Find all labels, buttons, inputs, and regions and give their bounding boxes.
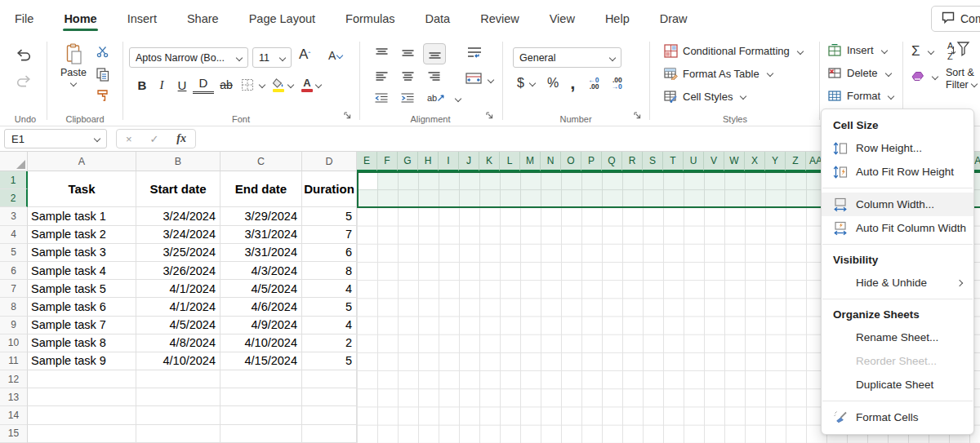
autosum-button[interactable]: Σ	[911, 43, 933, 60]
cell-B9[interactable]: 4/5/2024	[136, 317, 220, 334]
cell-B14[interactable]	[136, 406, 220, 424]
conditional-formatting-button[interactable]: Conditional Formatting	[664, 44, 803, 58]
font-size-combo[interactable]: 11	[252, 47, 292, 68]
column-header-M[interactable]: M	[520, 152, 541, 171]
header-cell-task[interactable]: Task	[28, 171, 136, 207]
row-header-4[interactable]: 4	[0, 226, 28, 244]
tab-formulas[interactable]: Formulas	[344, 2, 396, 36]
italic-button[interactable]: I	[152, 78, 172, 92]
tab-page-layout[interactable]: Page Layout	[247, 2, 317, 36]
cell-A3[interactable]: Sample task 1	[28, 207, 136, 225]
alignment-dialog-launcher[interactable]	[486, 109, 494, 123]
align-center-button[interactable]	[397, 66, 418, 86]
cell-D4[interactable]: 7	[302, 226, 357, 244]
currency-button[interactable]: $	[517, 76, 524, 91]
cell-B8[interactable]: 4/1/2024	[136, 298, 220, 316]
cell-C4[interactable]: 3/31/2024	[220, 226, 302, 244]
tab-review[interactable]: Review	[479, 2, 521, 36]
row-header-14[interactable]: 14	[0, 406, 28, 424]
cell-A4[interactable]: Sample task 2	[28, 226, 136, 244]
cell-D15[interactable]	[302, 425, 357, 443]
tab-view[interactable]: View	[548, 2, 577, 36]
header-cell-end-date[interactable]: End date	[220, 171, 302, 207]
cell-C3[interactable]: 3/29/2024	[220, 207, 302, 225]
redo-button[interactable]	[15, 75, 33, 88]
row-header-12[interactable]: 12	[0, 370, 28, 388]
cell-C12[interactable]	[220, 370, 302, 388]
active-cell-E1[interactable]	[359, 173, 377, 189]
column-header-C[interactable]: C	[220, 152, 302, 171]
column-header-W[interactable]: W	[724, 152, 745, 171]
cell-C15[interactable]	[220, 425, 302, 443]
strikethrough-button[interactable]: ab	[214, 78, 238, 91]
sort-filter-button[interactable]: A Z Sort & Filter	[946, 40, 977, 91]
row-header-1[interactable]: 1	[0, 171, 28, 189]
cell-A10[interactable]: Sample task 8	[28, 334, 136, 352]
cell-D13[interactable]	[302, 388, 357, 406]
cell-C9[interactable]: 4/9/2024	[220, 317, 302, 334]
row-header-3[interactable]: 3	[0, 207, 28, 225]
menu-item-rename-sheet[interactable]: Rename Sheet...	[822, 326, 973, 349]
column-header-T[interactable]: T	[663, 152, 684, 171]
borders-button[interactable]	[238, 78, 256, 91]
tab-share[interactable]: Share	[185, 2, 220, 36]
cell-A14[interactable]	[28, 406, 136, 424]
decrease-indent-button[interactable]	[371, 88, 392, 108]
tab-data[interactable]: Data	[424, 2, 452, 36]
menu-item-column-width[interactable]: Column Width...	[822, 193, 973, 216]
cell-D7[interactable]: 4	[302, 280, 357, 298]
column-header-V[interactable]: V	[704, 152, 724, 171]
cell-A5[interactable]: Sample task 3	[28, 244, 136, 262]
row-header-13[interactable]: 13	[0, 388, 28, 406]
column-header-A[interactable]: A	[28, 152, 136, 171]
cell-B12[interactable]	[136, 370, 220, 388]
font-color-button[interactable]: A	[301, 78, 313, 92]
align-right-button[interactable]	[423, 66, 444, 86]
cell-A15[interactable]	[28, 425, 136, 443]
column-header-G[interactable]: G	[398, 152, 418, 171]
increase-decimal-button[interactable]: ←0 .00	[588, 77, 599, 90]
format-as-table-button[interactable]: Format As Table	[664, 67, 773, 80]
cell-C11[interactable]: 4/15/2024	[220, 352, 302, 370]
cell-B3[interactable]: 3/24/2024	[136, 207, 220, 225]
number-format-combo[interactable]: General	[513, 47, 621, 68]
column-header-Y[interactable]: Y	[765, 152, 786, 171]
row-header-10[interactable]: 10	[0, 334, 28, 352]
paste-button[interactable]: Paste	[56, 43, 91, 86]
cell-B7[interactable]: 4/1/2024	[136, 280, 220, 298]
name-box[interactable]: E1	[4, 129, 107, 148]
cell-A6[interactable]: Sample task 4	[28, 262, 136, 280]
cancel-icon[interactable]: ×	[126, 133, 132, 145]
undo-button[interactable]	[15, 49, 33, 62]
orientation-button[interactable]: ab	[423, 88, 449, 108]
row-header-5[interactable]: 5	[0, 244, 28, 262]
underline-button[interactable]: U	[172, 78, 193, 92]
wrap-text-button[interactable]	[467, 47, 482, 60]
cell-C6[interactable]: 4/3/2024	[220, 262, 302, 280]
column-header-O[interactable]: O	[561, 152, 581, 171]
cell-C13[interactable]	[220, 388, 302, 406]
menu-item-auto-fit-row-height[interactable]: Auto Fit Row Height	[822, 160, 973, 184]
tab-help[interactable]: Help	[604, 2, 631, 36]
column-header-L[interactable]: L	[500, 152, 520, 171]
font-dialog-launcher[interactable]	[344, 109, 352, 123]
menu-item-auto-fit-column-width[interactable]: Auto Fit Column Width	[822, 216, 973, 240]
bold-button[interactable]: B	[132, 78, 152, 92]
column-header-R[interactable]: R	[622, 152, 643, 171]
cell-C7[interactable]: 4/5/2024	[220, 280, 302, 298]
cell-C8[interactable]: 4/6/2024	[220, 298, 302, 316]
cell-D5[interactable]: 6	[302, 244, 357, 262]
cell-A13[interactable]	[28, 388, 136, 406]
grow-font-button[interactable]: Aˆ	[299, 47, 310, 63]
column-header-H[interactable]: H	[418, 152, 439, 171]
cell-D3[interactable]: 5	[302, 207, 357, 225]
increase-indent-button[interactable]	[397, 88, 418, 108]
cell-A12[interactable]	[28, 370, 136, 388]
cell-C5[interactable]: 3/31/2024	[220, 244, 302, 262]
column-header-E[interactable]: E	[357, 152, 377, 171]
double-underline-button[interactable]: D	[193, 76, 214, 94]
column-header-N[interactable]: N	[541, 152, 561, 171]
number-dialog-launcher[interactable]	[634, 109, 642, 123]
cell-C10[interactable]: 4/10/2024	[220, 334, 302, 352]
cell-A9[interactable]: Sample task 7	[28, 317, 136, 334]
